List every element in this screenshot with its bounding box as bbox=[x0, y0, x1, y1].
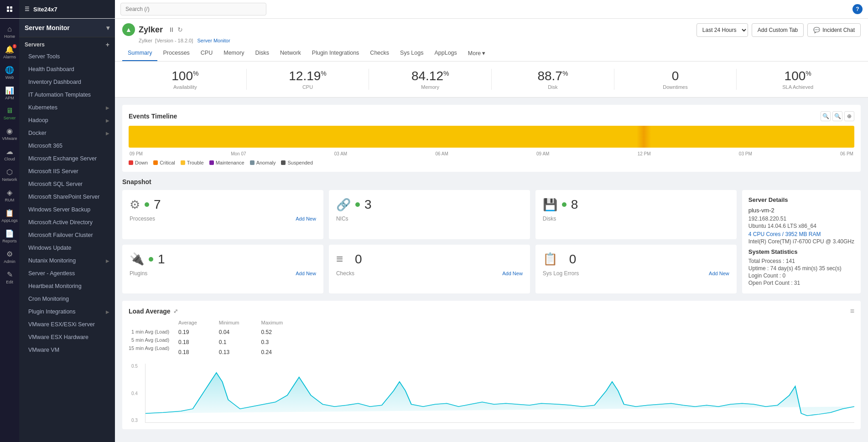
metric-availability: 100% Availability bbox=[124, 69, 247, 90]
tab-memory[interactable]: Memory bbox=[218, 46, 249, 61]
tab-processes[interactable]: Processes bbox=[157, 46, 195, 61]
tab-checks[interactable]: Checks bbox=[364, 46, 395, 61]
sidebar: Server Monitor ▾ Servers + Server Tools … bbox=[19, 19, 115, 442]
legend-critical: Critical bbox=[153, 160, 175, 165]
header-right-controls: Last 24 Hours Add Custom Tab 💬 Incident … bbox=[696, 23, 861, 41]
sidebar-item-admin[interactable]: ⚙ Admin bbox=[0, 247, 19, 267]
plugins-count: 1 bbox=[158, 252, 165, 267]
server-name: Zylker bbox=[139, 25, 163, 35]
processes-icon: ⚙ bbox=[130, 198, 140, 212]
tab-syslogs[interactable]: Sys Logs bbox=[395, 46, 429, 61]
legend-dot-anomaly bbox=[250, 160, 255, 165]
tab-applogs[interactable]: AppLogs bbox=[429, 46, 462, 61]
applogs-icon: 📋 bbox=[5, 209, 14, 217]
sidebar-item-server[interactable]: 🖥 Server bbox=[0, 104, 19, 123]
sidebar-add-server-icon[interactable]: + bbox=[106, 41, 109, 48]
nics-count: 3 bbox=[364, 197, 372, 212]
sidebar-item-hadoop[interactable]: Hadoop ▶ bbox=[19, 114, 115, 127]
sidebar-item-health-dashboard[interactable]: Health Dashboard bbox=[19, 63, 115, 76]
snapshot-card-processes: ⚙ 7 Processes Add New bbox=[122, 190, 323, 239]
sidebar-item-heartbeat[interactable]: Heartbeat Monitoring bbox=[19, 280, 115, 293]
sidebar-item-web[interactable]: 🌐 Web bbox=[0, 63, 19, 82]
sidebar-item-cloud[interactable]: ☁ Cloud bbox=[0, 144, 19, 164]
checks-add-button[interactable]: Add New bbox=[502, 271, 523, 276]
sidebar-item-rum[interactable]: ◈ RUM bbox=[0, 185, 19, 205]
incident-chat-button[interactable]: 💬 Incident Chat bbox=[807, 23, 861, 37]
load-max-column: Maximum 0.52 0.3 0.24 bbox=[261, 320, 283, 359]
sidebar-item-vmware[interactable]: ◉ VMware bbox=[0, 124, 19, 144]
sidebar-item-vmware-vm[interactable]: VMware VM bbox=[19, 344, 115, 356]
sidebar-item-vmware-esx[interactable]: VMware ESX/ESXi Server bbox=[19, 318, 115, 331]
tab-plugin-integrations[interactable]: Plugin Integrations bbox=[307, 46, 365, 61]
sidebar-item-apm[interactable]: 📊 APM bbox=[0, 83, 19, 103]
server-stat-port-count: Open Port Count : 31 bbox=[748, 280, 854, 286]
sidebar-item-home[interactable]: ⌂ Home bbox=[0, 22, 19, 41]
sidebar-item-inventory-dashboard[interactable]: Inventory Dashboard bbox=[19, 76, 115, 88]
disks-icon: 💾 bbox=[543, 198, 557, 212]
sidebar-item-reports[interactable]: 📄 Reports bbox=[0, 226, 19, 246]
time-range-select[interactable]: Last 24 Hours bbox=[696, 23, 748, 37]
sidebar-item-sharepoint[interactable]: Microsoft SharePoint Server bbox=[19, 190, 115, 203]
sidebar-item-windows-server-backup[interactable]: Windows Server Backup bbox=[19, 203, 115, 216]
sidebar-item-plugin-integrations[interactable]: Plugin Integrations ▶ bbox=[19, 305, 115, 318]
timeline-bar bbox=[129, 126, 854, 148]
main-content: ▲ Zylker ⏸ ↻ Zylker [Version - 18.2.0] S… bbox=[115, 19, 868, 442]
sidebar-item-kubernetes[interactable]: Kubernetes ▶ bbox=[19, 101, 115, 114]
site-brand: Site24x7 bbox=[33, 6, 57, 13]
sidebar-item-cron[interactable]: Cron Monitoring bbox=[19, 293, 115, 305]
search-input[interactable] bbox=[120, 3, 266, 15]
sidebar-servers-label: Servers bbox=[25, 41, 45, 48]
sidebar-item-edit[interactable]: ✎ Edit bbox=[0, 267, 19, 287]
legend-dot-down bbox=[129, 160, 133, 165]
sidebar-item-nutanix[interactable]: Nutanix Monitoring ▶ bbox=[19, 254, 115, 267]
sidebar-item-exchange[interactable]: Microsoft Exchange Server bbox=[19, 152, 115, 165]
syslog-count: 0 bbox=[569, 252, 577, 267]
server-refresh-icon[interactable]: ↻ bbox=[177, 26, 183, 33]
sidebar-item-alarms[interactable]: 🔔 Alarms ! bbox=[0, 42, 19, 62]
reset-zoom-button[interactable]: ⊕ bbox=[844, 111, 854, 121]
sidebar-item-agentless[interactable]: Server - Agentless bbox=[19, 267, 115, 280]
sidebar-item-docker[interactable]: Docker ▶ bbox=[19, 127, 115, 139]
tab-disks[interactable]: Disks bbox=[249, 46, 275, 61]
load-average-section: Load Average ⤢ ≡ 1 min Avg (Load) 5 min … bbox=[122, 301, 861, 429]
sidebar-item-windows-update[interactable]: Windows Update bbox=[19, 242, 115, 254]
sidebar-item-network[interactable]: ⬡ Network bbox=[0, 165, 19, 185]
snapshot-card-checks: ≡ 0 Checks Add New bbox=[329, 245, 530, 294]
menu-icon[interactable]: ≡ bbox=[850, 307, 854, 315]
snapshot-title: Snapshot bbox=[122, 178, 861, 185]
sidebar-collapse-icon[interactable]: ▾ bbox=[106, 24, 109, 31]
legend-dot-critical bbox=[153, 160, 158, 165]
sidebar-item-microsoft365[interactable]: Microsoft 365 bbox=[19, 139, 115, 152]
sidebar-item-applogs[interactable]: 📋 AppLogs bbox=[0, 206, 19, 226]
sidebar-item-iis[interactable]: Microsoft IIS Server bbox=[19, 165, 115, 178]
server-pause-icon[interactable]: ⏸ bbox=[168, 26, 175, 33]
zoom-out-button[interactable]: 🔍 bbox=[832, 111, 842, 121]
events-timeline-section: Events Timeline 🔍 🔍 ⊕ 09 PM Mon 07 03 bbox=[122, 105, 861, 172]
server-hostname: plus-vm-2 bbox=[748, 207, 854, 214]
syslog-add-button[interactable]: Add New bbox=[709, 271, 729, 276]
sidebar-item-vmware-hardware[interactable]: VMware ESX Hardware bbox=[19, 331, 115, 344]
metric-cpu: 12.19% CPU bbox=[247, 69, 369, 90]
timeline-controls: 🔍 🔍 ⊕ bbox=[821, 111, 854, 121]
processes-add-button[interactable]: Add New bbox=[296, 216, 316, 221]
expand-icon[interactable]: ⤢ bbox=[173, 308, 178, 314]
sidebar-item-failover-cluster[interactable]: Microsoft Failover Cluster bbox=[19, 229, 115, 242]
tab-network[interactable]: Network bbox=[275, 46, 307, 61]
tab-cpu[interactable]: CPU bbox=[195, 46, 218, 61]
sidebar-item-active-directory[interactable]: Microsoft Active Directory bbox=[19, 216, 115, 229]
sidebar-item-server-tools[interactable]: Server Tools bbox=[19, 50, 115, 63]
sidebar-item-sql[interactable]: Microsoft SQL Server bbox=[19, 178, 115, 190]
server-monitor-link[interactable]: Server Monitor bbox=[197, 38, 230, 43]
sidebar-servers-header[interactable]: Servers + bbox=[19, 37, 115, 50]
rum-icon: ◈ bbox=[7, 188, 12, 197]
processes-label: Processes bbox=[130, 216, 155, 222]
add-custom-tab-button[interactable]: Add Custom Tab bbox=[752, 23, 804, 37]
tab-summary[interactable]: Summary bbox=[122, 46, 157, 61]
tab-more[interactable]: More ▾ bbox=[463, 46, 491, 61]
help-button[interactable]: ? bbox=[852, 4, 863, 14]
load-stats-columns: Average 0.19 0.18 0.18 Minimum 0.04 0.1 … bbox=[178, 320, 283, 359]
sidebar-item-it-automation[interactable]: IT Automation Templates bbox=[19, 88, 115, 101]
plugins-add-button[interactable]: Add New bbox=[296, 271, 316, 276]
zoom-in-button[interactable]: 🔍 bbox=[821, 111, 831, 121]
server-cpu-cores-link[interactable]: 4 CPU Cores / 3952 MB RAM bbox=[748, 231, 854, 237]
